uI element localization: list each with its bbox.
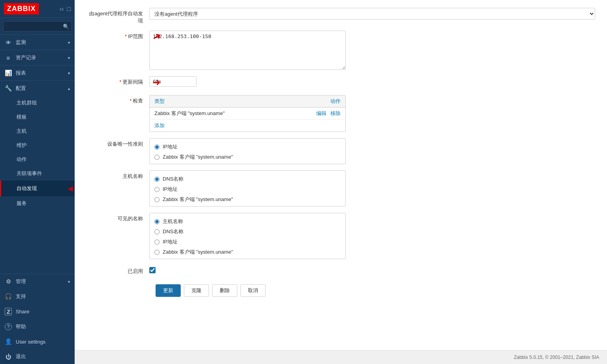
sidebar-item-host-groups[interactable]: 主机群组 [0,96,75,110]
sidebar-item-auto-discovery[interactable]: 自动发现 ◀ [0,181,75,196]
checks-table: 类型 动作 Zabbix 客户端 "system.uname" 编辑 移除 添加 [149,95,346,132]
uniqueness-row: 设备唯一性准则 IP地址 Zabbix 客户端 "system.uname" [86,138,595,164]
sidebar-item-hosts[interactable]: 主机 [0,124,75,138]
checks-control: 类型 动作 Zabbix 客户端 "system.uname" 编辑 移除 添加 [149,95,595,132]
sidebar-item-reports-label: 报表 [16,70,26,77]
sidebar-item-config-label: 配置 [16,85,26,92]
required-star: * [125,33,127,39]
uniqueness-ip-radio[interactable] [154,145,160,150]
sidebar-item-assets[interactable]: ≡ 资产记录 ▾ [0,50,75,65]
visible-name-uname-label: Zabbix 客户端 "system.uname" [163,249,233,256]
sidebar-header: ZABBIX ‹‹ □ [0,0,75,18]
nav-assets[interactable]: ≡ 资产记录 ▾ [0,50,75,65]
uniqueness-ip-label: IP地址 [163,143,178,150]
ip-range-row: *IP范围 ➜ 192.168.253.100-150 [86,31,595,70]
list-item: Zabbix 客户端 "system.uname" [154,249,341,256]
uniqueness-table: IP地址 Zabbix 客户端 "system.uname" [149,138,346,164]
clone-button[interactable]: 克隆 [184,284,209,297]
sidebar-item-maintenance[interactable]: 维护 [0,138,75,152]
sidebar-item-reports[interactable]: 📊 报表 ▾ [0,66,75,80]
visible-name-row: 可见的名称 主机名称 DNS名称 [86,213,595,259]
nav-monitor[interactable]: 👁 监测 ▾ [0,35,75,50]
sidebar-item-monitor[interactable]: 👁 监测 ▾ [0,35,75,50]
agent-proxy-select[interactable]: 没有agent代理程序 [149,8,595,20]
chevron-down-icon: ▾ [68,40,70,45]
active-arrow-icon: ◀ [68,184,73,193]
content-area: 由agent代理程序自动发现 没有agent代理程序 *IP范围 ➜ 192.1… [75,0,607,350]
sidebar-controls: ‹‹ □ [60,5,71,13]
uniqueness-control: IP地址 Zabbix 客户端 "system.uname" [149,138,595,164]
visible-name-uname-radio[interactable] [154,250,160,255]
collapse-icon[interactable]: ‹‹ [60,5,64,13]
list-item: IP地址 [154,238,341,245]
sidebar-item-config[interactable]: 🔧 配置 ▴ [0,81,75,96]
share-icon: Z [5,308,12,315]
sidebar-item-help[interactable]: ? 帮助 [0,319,75,334]
logo: ZABBIX [4,3,39,15]
footer: Zabbix 5.0.15, © 2001–2021, Zabbix SIA [75,350,607,364]
cancel-button[interactable]: 取消 [240,284,266,297]
hostname-dns-radio[interactable] [154,177,160,182]
visible-name-hostname-radio[interactable] [154,219,160,224]
sidebar-item-logout[interactable]: ⏻ 退出 [0,349,75,364]
enabled-checkbox[interactable] [149,267,156,273]
visible-name-label: 可见的名称 [86,213,149,222]
checks-col-action: 动作 [293,98,341,105]
hostname-uname-radio[interactable] [154,197,160,202]
sidebar-item-correlation[interactable]: 关联项事件 [0,166,75,181]
agent-proxy-row: 由agent代理程序自动发现 没有agent代理程序 [86,8,595,24]
checks-table-add: 添加 [150,120,345,132]
ip-range-control: 192.168.253.100-150 [149,31,595,70]
sidebar-item-support[interactable]: 🎧 支持 [0,289,75,304]
sidebar-item-assets-label: 资产记录 [16,54,36,61]
uniqueness-label: 设备唯一性准则 [86,138,149,148]
list-item: IP地址 [154,143,341,150]
enabled-checkbox-item [149,267,595,273]
visible-name-dns-label: DNS名称 [163,228,183,235]
chevron-down-icon: ▾ [68,71,70,75]
form-container: 由agent代理程序自动发现 没有agent代理程序 *IP范围 ➜ 192.1… [75,0,607,305]
hostname-radio-group: DNS名称 IP地址 Zabbix 客户端 "system.uname" [154,174,341,203]
sidebar-item-services[interactable]: 服务 [0,196,75,210]
checks-table-header: 类型 动作 [150,95,345,108]
enabled-row: 已启用 [86,265,595,278]
search-icon[interactable]: 🔍 [63,24,69,29]
sidebar-item-user-settings[interactable]: 👤 User settings [0,334,75,349]
ip-range-textarea[interactable]: 192.168.253.100-150 [149,31,346,70]
delete-button[interactable]: 删除 [212,284,237,297]
red-arrow-update-icon: ➜ [152,77,160,88]
sidebar-item-share[interactable]: Z Share [0,304,75,319]
list-item: IP地址 [154,186,341,193]
visible-name-dns-radio[interactable] [154,229,160,234]
add-check-link[interactable]: 添加 [154,123,165,128]
hostname-table: DNS名称 IP地址 Zabbix 客户端 "system.uname" [149,170,346,207]
help-icon: ? [5,323,12,330]
support-icon: 🎧 [5,293,12,300]
hostname-label: 主机名称 [86,170,149,180]
visible-name-ip-radio[interactable] [154,240,160,245]
sidebar-item-monitor-label: 监测 [16,39,26,46]
search-input[interactable] [3,21,72,31]
sidebar-item-admin[interactable]: ⚙ 管理 ▾ [0,274,75,289]
update-interval-label: *更新间隔 ➜ [86,76,149,86]
checks-row: *检查 类型 动作 Zabbix 客户端 "system.uname" 编辑 移… [86,95,595,132]
reports-icon: 📊 [5,70,12,77]
hostname-dns-label: DNS名称 [163,176,183,183]
update-button[interactable]: 更新 [156,284,181,297]
admin-icon: ⚙ [5,278,12,285]
edit-check-link[interactable]: 编辑 [316,110,326,116]
check-action-cell: 编辑 移除 [293,110,341,117]
config-icon: 🔧 [5,85,12,92]
sidebar-item-support-label: 支持 [16,293,26,300]
table-row: Zabbix 客户端 "system.uname" 编辑 移除 [150,108,345,120]
hostname-ip-radio[interactable] [154,187,160,192]
sidebar-item-actions[interactable]: 动作 [0,152,75,166]
remove-check-link[interactable]: 移除 [330,110,341,116]
uniqueness-uname-radio[interactable] [154,155,160,160]
hostname-row: 主机名称 DNS名称 IP地址 [86,170,595,207]
visible-name-ip-label: IP地址 [163,238,178,245]
fullscreen-icon[interactable]: □ [67,5,71,13]
user-icon: 👤 [5,338,12,345]
nav-reports[interactable]: 📊 报表 ▾ [0,65,75,80]
sidebar-item-templates[interactable]: 模板 [0,110,75,124]
